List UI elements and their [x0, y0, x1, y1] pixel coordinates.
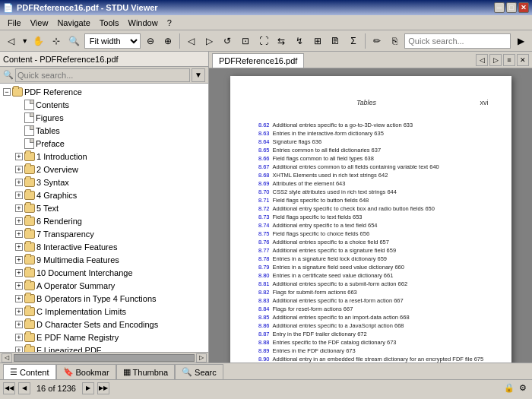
- tree-item-root[interactable]: − PDF Reference: [0, 85, 208, 98]
- tool5[interactable]: ⇆: [273, 33, 290, 49]
- tree-toggle-root[interactable]: −: [3, 88, 11, 96]
- tree-toggle-A[interactable]: +: [15, 282, 23, 290]
- pdf-content[interactable]: Tables xvi 8.62Additional entries specif…: [209, 68, 532, 363]
- tree-toggle-3[interactable]: +: [15, 179, 23, 186]
- tool6[interactable]: ↯: [291, 33, 308, 49]
- tab-next-btn[interactable]: ▷: [489, 54, 502, 66]
- tree-item-C[interactable]: + C Implementation Limits: [0, 305, 208, 318]
- tree-item-F[interactable]: + F Linearized PDF: [0, 344, 208, 352]
- next-page-button[interactable]: ▷: [201, 33, 218, 49]
- tab-content[interactable]: ☰ Content: [3, 364, 56, 379]
- hand-tool[interactable]: ✋: [30, 33, 47, 49]
- tree-toggle-2[interactable]: +: [15, 166, 23, 173]
- menu-navigate[interactable]: Navigate: [52, 17, 94, 29]
- tree-toggle-7[interactable]: +: [15, 230, 23, 238]
- pdf-entry: 8.71Field flags specific to button field…: [253, 197, 489, 204]
- tree-item-B[interactable]: + B Operators in Type 4 Functions: [0, 292, 208, 305]
- nav-dropdown[interactable]: ▼: [21, 33, 29, 49]
- tree-item-contents[interactable]: Contents: [0, 98, 208, 111]
- menu-window[interactable]: Window: [124, 17, 163, 29]
- first-page-btn[interactable]: ◀◀: [3, 382, 15, 394]
- toolbar-separator: [179, 33, 180, 49]
- title-bar-text: PDFReference16.pdf - STDU Viewer: [17, 3, 158, 12]
- tree-item-preface[interactable]: Preface: [0, 137, 208, 150]
- tree-label-6: 6 Rendering: [36, 217, 82, 226]
- tree-toggle-6[interactable]: +: [15, 217, 23, 225]
- tool9[interactable]: Σ: [345, 33, 362, 49]
- zoom-out-button[interactable]: ⊖: [142, 33, 159, 49]
- tab-thumbnail[interactable]: ▦ Thumbna: [116, 364, 175, 379]
- tree-item-7[interactable]: + 7 Transparency: [0, 227, 208, 240]
- rotate-button[interactable]: ↺: [219, 33, 236, 49]
- tree-toggle-9[interactable]: +: [15, 256, 23, 264]
- tree-toggle-1[interactable]: +: [15, 153, 23, 160]
- panel-search-btn[interactable]: ▼: [192, 68, 205, 82]
- tab-bookmark[interactable]: 🔖 Bookmar: [56, 364, 116, 379]
- h-scrollbar[interactable]: ◁ ▷: [0, 352, 208, 363]
- copy-tool[interactable]: ⎘: [387, 33, 404, 49]
- zoom-dropdown[interactable]: Fit width: [84, 33, 141, 49]
- zoom-in-button[interactable]: 🔍: [66, 33, 83, 49]
- last-page-btn[interactable]: ▶▶: [97, 382, 109, 394]
- top-search-input[interactable]: [404, 33, 511, 49]
- pdf-entry-text: Field flags specific to choice fields 65…: [273, 230, 489, 238]
- pdf-entry-text: CSS2 style attributes used in rich text …: [273, 188, 489, 196]
- menu-view[interactable]: View: [26, 17, 53, 29]
- tree-item-2[interactable]: + 2 Overview: [0, 163, 208, 176]
- pdf-entry-num: 8.71: [253, 197, 273, 204]
- tree-item-figures[interactable]: Figures: [0, 111, 208, 124]
- tree-item-8[interactable]: + 8 Interactive Features: [0, 240, 208, 253]
- prev-page-btn[interactable]: ◀: [18, 382, 30, 394]
- tree-toggle-4[interactable]: +: [15, 192, 23, 199]
- tree-item-E[interactable]: + E PDF Name Registry: [0, 331, 208, 344]
- tree-toggle-10[interactable]: +: [15, 269, 23, 277]
- minimize-button[interactable]: ─: [494, 2, 505, 13]
- page-icon-figures: [24, 112, 34, 123]
- tree-item-1[interactable]: + 1 Introduction: [0, 150, 208, 163]
- tree-toggle-E[interactable]: +: [15, 334, 23, 341]
- tool7[interactable]: ⊞: [309, 33, 326, 49]
- pdf-entry-text: Flags for reset-form actions 667: [273, 306, 489, 313]
- tab-search[interactable]: 🔍 Searc: [175, 364, 223, 379]
- next-page-btn2[interactable]: ▶: [82, 382, 94, 394]
- pdf-tab-main[interactable]: PDFReference16.pdf: [212, 53, 304, 68]
- annotation-tool[interactable]: ✏: [369, 33, 385, 49]
- tree-toggle-D[interactable]: +: [15, 321, 23, 328]
- tree-item-10[interactable]: + 10 Document Interchange: [0, 266, 208, 279]
- menu-file[interactable]: File: [3, 17, 26, 29]
- pdf-entry-num: 8.76: [253, 239, 273, 246]
- menu-tools[interactable]: Tools: [95, 17, 124, 29]
- tree-item-6[interactable]: + 6 Rendering: [0, 214, 208, 227]
- panel-search-input[interactable]: [15, 68, 190, 82]
- fit-page-button[interactable]: ⊡: [237, 33, 254, 49]
- tree-item-tables[interactable]: Tables: [0, 124, 208, 137]
- tree-item-9[interactable]: + 9 Multimedia Features: [0, 253, 208, 266]
- select-tool[interactable]: ⊹: [48, 33, 65, 49]
- tab-prev-btn[interactable]: ◁: [476, 54, 488, 66]
- zoom-in-btn2[interactable]: ⊕: [160, 33, 176, 49]
- tree-item-3[interactable]: + 3 Syntax: [0, 176, 208, 188]
- maximize-button[interactable]: □: [506, 2, 517, 13]
- search-go-button[interactable]: ▶: [512, 33, 529, 49]
- tree-toggle-F[interactable]: +: [15, 347, 23, 353]
- tree-item-4[interactable]: + 4 Graphics: [0, 188, 208, 201]
- tab-close-btn[interactable]: ✕: [517, 54, 529, 66]
- tool8[interactable]: 🖹: [328, 33, 344, 49]
- tree-toggle-C[interactable]: +: [15, 308, 23, 315]
- prev-page-button[interactable]: ◁: [183, 33, 200, 49]
- back-button[interactable]: ◁: [3, 33, 20, 49]
- tree-item-A[interactable]: + A Operator Summary: [0, 279, 208, 292]
- tree-item-5[interactable]: + 5 Text: [0, 201, 208, 214]
- scroll-right-btn[interactable]: ▷: [196, 353, 207, 363]
- tab-menu-btn[interactable]: ≡: [503, 54, 515, 66]
- tree-item-D[interactable]: + D Character Sets and Encodings: [0, 318, 208, 331]
- menu-help[interactable]: ?: [163, 17, 176, 29]
- close-button[interactable]: ✕: [518, 2, 529, 13]
- tree-toggle-B[interactable]: +: [15, 295, 23, 302]
- pdf-entry-text: XHTML Elements used in rich text strings…: [273, 172, 489, 179]
- scroll-left-btn[interactable]: ◁: [2, 353, 12, 363]
- h-scrollbar-thumb[interactable]: [14, 354, 195, 362]
- full-screen-button[interactable]: ⛶: [255, 33, 272, 49]
- tree-toggle-8[interactable]: +: [15, 243, 23, 251]
- tree-toggle-5[interactable]: +: [15, 204, 23, 212]
